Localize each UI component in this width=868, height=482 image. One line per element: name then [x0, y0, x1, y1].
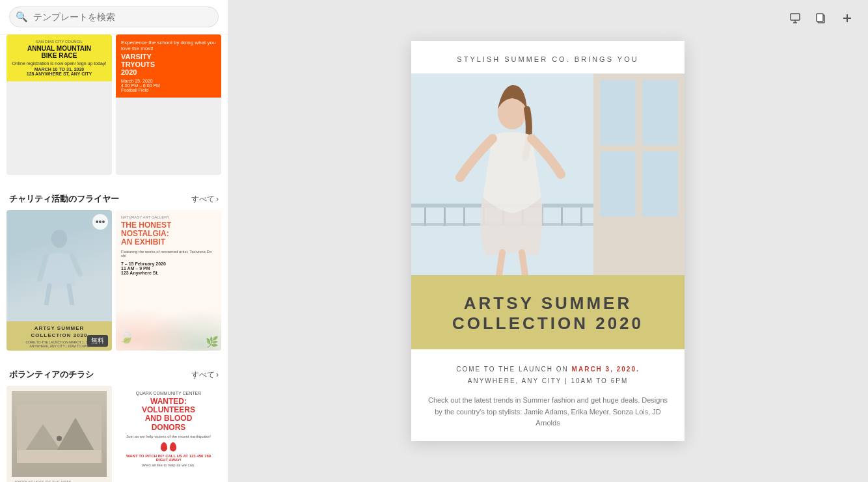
preview-title-line1: ARTSY SUMMER — [464, 293, 632, 313]
template-card-volunteer[interactable]: KYORI SCHOOL OF THE ARTS Volunteer Model… — [7, 386, 112, 482]
preview-launch-prefix: COME TO THE LAUNCH ON — [456, 366, 569, 373]
main-area: STYLISH SUMMER CO. BRINGS YOU — [228, 0, 868, 482]
preview-header-text: STYLISH SUMMER CO. BRINGS YOU — [424, 55, 671, 63]
preview-header: STYLISH SUMMER CO. BRINGS YOU — [411, 41, 685, 74]
svg-rect-28 — [561, 208, 563, 226]
template-card-varsity[interactable]: Experience the school by doing what you … — [116, 34, 221, 175]
svg-rect-17 — [600, 152, 636, 217]
preview-gold-band: ARTSY SUMMER COLLECTION 2020 — [411, 275, 685, 349]
preview-description: Check out the latest trends in Summer fa… — [424, 395, 671, 429]
preview-gold-title: ARTSY SUMMER COLLECTION 2020 — [424, 293, 671, 334]
volunteer-section-all[interactable]: すべて › — [191, 369, 219, 381]
presentation-button[interactable] — [785, 8, 806, 29]
preview-launch-text: COME TO THE LAUNCH ON MARCH 3, 2020. ANY… — [424, 364, 671, 387]
template-card-artsy[interactable]: ARTSY SUMMERCOLLECTION 2020 COME TO THE … — [7, 210, 112, 351]
add-page-button[interactable] — [837, 8, 858, 29]
preview-image-svg — [411, 74, 685, 275]
svg-rect-16 — [642, 80, 678, 145]
presentation-icon — [789, 12, 801, 24]
search-bar: 🔍 — [0, 0, 228, 34]
svg-rect-10 — [817, 14, 823, 21]
chevron-right-icon: › — [216, 194, 219, 204]
template-card-wanted[interactable]: QUARK COMMUNITY CENTER WANTED:VOLUNTEERS… — [116, 386, 221, 482]
preview-launch-highlight: MARCH 3, 2020. — [572, 366, 640, 373]
svg-rect-18 — [642, 152, 678, 217]
sidebar: 🔍 SAN DIAS CITY COUNCIL ANNUAL MOUNTAINB… — [0, 0, 228, 482]
charity-section-header: チャリティ活動のフライヤー すべて › — [0, 184, 228, 210]
search-icon: 🔍 — [16, 11, 28, 23]
preview-footer: COME TO THE LAUNCH ON MARCH 3, 2020. ANY… — [411, 349, 685, 441]
chevron-right-icon-2: › — [216, 370, 219, 379]
main-toolbar — [785, 8, 858, 29]
svg-rect-22 — [444, 208, 446, 226]
top-cards-grid: SAN DIAS CITY COUNCIL ANNUAL MOUNTAINBIK… — [0, 34, 228, 184]
volunteer-section-header: ボランティアのチラシ すべて › — [0, 360, 228, 386]
svg-rect-6 — [791, 14, 800, 20]
svg-rect-29 — [580, 208, 582, 226]
svg-rect-23 — [463, 208, 465, 226]
preview-title-line2: COLLECTION 2020 — [452, 314, 644, 333]
volunteer-grid: KYORI SCHOOL OF THE ARTS Volunteer Model… — [0, 386, 228, 482]
preview-launch-suffix: ANYWHERE, ANY CITY | 10AM TO 6PM — [468, 377, 628, 384]
svg-rect-21 — [424, 208, 426, 226]
duplicate-button[interactable] — [811, 8, 832, 29]
search-input[interactable] — [9, 7, 219, 27]
preview-main-image — [411, 74, 685, 275]
template-card-nostalgia[interactable]: NATURASY ART GALLERY THE HONEST NOSTALGI… — [116, 210, 221, 351]
duplicate-icon — [815, 12, 827, 24]
charity-section-title: チャリティ活動のフライヤー — [9, 193, 119, 205]
template-card-bike-race[interactable]: SAN DIAS CITY COUNCIL ANNUAL MOUNTAINBIK… — [7, 34, 112, 175]
volunteer-section-title: ボランティアのチラシ — [9, 369, 94, 381]
preview-area: STYLISH SUMMER CO. BRINGS YOU — [228, 0, 868, 482]
charity-section-all[interactable]: すべて › — [191, 194, 219, 205]
add-icon — [841, 12, 853, 24]
preview-card: STYLISH SUMMER CO. BRINGS YOU — [411, 41, 685, 441]
charity-grid: ARTSY SUMMERCOLLECTION 2020 COME TO THE … — [0, 210, 228, 360]
svg-rect-15 — [600, 80, 636, 145]
